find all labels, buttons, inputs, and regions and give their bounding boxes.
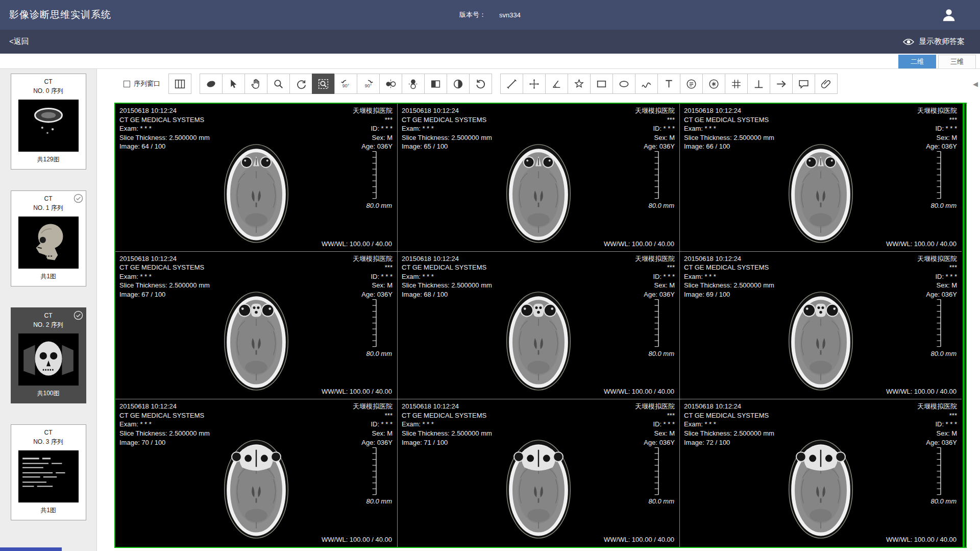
viewer-scrollbar-thumb[interactable] [963, 104, 965, 547]
rect-zoom-tool[interactable] [312, 74, 335, 94]
cell-device: CT GE MEDICAL SYSTEMS [684, 411, 774, 420]
cell-sex: Sex: M [917, 281, 957, 290]
viewport-cell-5[interactable]: 20150618 10:12:24CT GE MEDICAL SYSTEMSEx… [680, 252, 962, 399]
cell-id: ID: * * * [353, 124, 393, 133]
user-avatar-icon[interactable] [941, 7, 957, 22]
select-tool[interactable] [222, 74, 245, 94]
sidebar-scrollbar[interactable] [0, 547, 62, 551]
overlay-top-right: 天堰模拟医院***ID: * * *Sex: MAge: 036Y [635, 254, 675, 299]
cell-image-index: Image: 72 / 100 [684, 438, 774, 447]
attachment-tool[interactable] [815, 74, 838, 94]
rotate-left-90-tool[interactable] [334, 74, 357, 94]
shutter-tool[interactable] [200, 74, 223, 94]
invert-tool[interactable] [424, 74, 447, 94]
back-button[interactable]: <返回 [9, 37, 29, 46]
viewport-cell-4[interactable]: 20150618 10:12:24CT GE MEDICAL SYSTEMSEx… [398, 252, 679, 399]
viewport-cell-2[interactable]: 20150618 10:12:24CT GE MEDICAL SYSTEMSEx… [680, 104, 962, 251]
viewport-cell-8[interactable]: 20150618 10:12:24CT GE MEDICAL SYSTEMSEx… [680, 399, 962, 547]
rect-roi-tool[interactable] [590, 74, 613, 94]
scale-ruler-icon [371, 151, 378, 199]
pan-tool[interactable] [244, 74, 267, 94]
cell-wwwl: WW/WL: 100.00 / 40.00 [886, 388, 957, 395]
cell-masked: *** [917, 115, 957, 125]
viewport-cell-3[interactable]: 20150618 10:12:24CT GE MEDICAL SYSTEMSEx… [115, 252, 397, 399]
scale-ruler-icon [935, 447, 942, 495]
cell-masked: *** [917, 263, 957, 272]
series-window-toggle[interactable]: 序列窗口 [124, 79, 160, 88]
cross-measure-tool[interactable] [523, 74, 546, 94]
cell-age: Age: 036Y [353, 290, 393, 299]
collapse-panel-icon[interactable]: ◀ [973, 80, 978, 88]
cell-thickness: Slice Thickness: 2.500000 mm [684, 429, 774, 438]
series-checked-icon [74, 310, 83, 320]
text-annotation-tool[interactable] [657, 74, 680, 94]
comment-tool[interactable] [792, 74, 815, 94]
point-annotation-tool[interactable] [702, 74, 725, 94]
show-teacher-answer-button[interactable]: 显示教师答案 [902, 37, 965, 46]
viewport-cell-7[interactable]: 20150618 10:12:24CT GE MEDICAL SYSTEMSEx… [398, 399, 679, 547]
app-header: 影像诊断思维实训系统 版本号： svn334 [0, 0, 980, 30]
polygon-roi-tool[interactable] [568, 74, 591, 94]
cell-thickness: Slice Thickness: 2.500000 mm [119, 281, 210, 290]
window-level-tool[interactable] [447, 74, 470, 94]
series-count: 共1图 [11, 506, 86, 515]
arrow-annotation-tool[interactable] [770, 74, 793, 94]
grid-overlay-tool[interactable] [725, 74, 748, 94]
flip-vertical-tool[interactable] [402, 74, 425, 94]
ct-image [216, 288, 297, 394]
series-card-1[interactable]: CTNO. 1 序列共1图 [11, 190, 86, 286]
overlay-top-left: 20150618 10:12:24CT GE MEDICAL SYSTEMSEx… [402, 106, 492, 151]
series-card-0[interactable]: CTNO. 0 序列共129图 [11, 74, 86, 170]
curve-tool[interactable] [635, 74, 658, 94]
zoom-tool[interactable] [267, 74, 290, 94]
cell-sex: Sex: M [635, 133, 675, 142]
cell-id: ID: * * * [917, 272, 957, 281]
cell-datetime: 20150618 10:12:24 [684, 402, 774, 411]
tab-3d[interactable]: 三维 [938, 55, 976, 68]
viewer-scrollbar[interactable] [962, 104, 966, 547]
cell-sex: Sex: M [353, 281, 393, 290]
series-count: 共1图 [11, 272, 86, 281]
list-annotation-tool[interactable] [680, 74, 703, 94]
app-title: 影像诊断思维实训系统 [0, 8, 111, 21]
cell-exam: Exam: * * * [119, 420, 210, 429]
rotate-right-90-tool[interactable] [357, 74, 380, 94]
viewport-cell-0[interactable]: 20150618 10:12:24CT GE MEDICAL SYSTEMSEx… [115, 104, 397, 251]
series-card-3[interactable]: CTNO. 3 序列共1图 [11, 424, 86, 520]
scale-label: 80.0 mm [366, 497, 392, 505]
cell-exam: Exam: * * * [402, 124, 492, 133]
view-mode-tabs: 二维 三维 [0, 54, 980, 69]
angle-measure-tool[interactable] [545, 74, 568, 94]
cell-datetime: 20150618 10:12:24 [402, 254, 492, 263]
length-measure-tool[interactable] [500, 74, 523, 94]
viewport-cell-6[interactable]: 20150618 10:12:24CT GE MEDICAL SYSTEMSEx… [115, 399, 397, 547]
cell-image-index: Image: 70 / 100 [119, 438, 210, 447]
series-count: 共100图 [11, 389, 86, 398]
cell-sex: Sex: M [917, 133, 957, 142]
reset-tool[interactable] [469, 74, 492, 94]
cell-hospital: 天堰模拟医院 [635, 106, 675, 115]
cell-device: CT GE MEDICAL SYSTEMS [402, 115, 492, 125]
flip-horizontal-tool[interactable] [379, 74, 402, 94]
cell-wwwl: WW/WL: 100.00 / 40.00 [604, 388, 674, 395]
series-name: NO. 0 序列 [11, 87, 86, 95]
cell-wwwl: WW/WL: 100.00 / 40.00 [322, 240, 392, 248]
layout-grid-button[interactable] [168, 74, 191, 94]
series-name: NO. 2 序列 [11, 321, 86, 329]
series-window-checkbox[interactable] [124, 81, 130, 87]
cell-age: Age: 036Y [917, 438, 957, 447]
ellipse-roi-tool[interactable] [612, 74, 635, 94]
ct-image [216, 140, 297, 246]
viewport-cell-1[interactable]: 20150618 10:12:24CT GE MEDICAL SYSTEMSEx… [398, 104, 679, 251]
cell-age: Age: 036Y [635, 290, 675, 299]
tab-2d[interactable]: 二维 [898, 55, 936, 68]
cell-device: CT GE MEDICAL SYSTEMS [684, 115, 774, 125]
cell-hospital: 天堰模拟医院 [917, 402, 957, 411]
viewer-grid-frame: 20150618 10:12:24CT GE MEDICAL SYSTEMSEx… [114, 103, 967, 548]
rotate-tool[interactable] [289, 74, 312, 94]
perpendicular-measure-tool[interactable] [747, 74, 770, 94]
series-card-2[interactable]: CTNO. 2 序列共100图 [11, 307, 86, 403]
cell-exam: Exam: * * * [684, 420, 774, 429]
overlay-top-left: 20150618 10:12:24CT GE MEDICAL SYSTEMSEx… [119, 106, 210, 151]
ct-image [498, 288, 579, 394]
